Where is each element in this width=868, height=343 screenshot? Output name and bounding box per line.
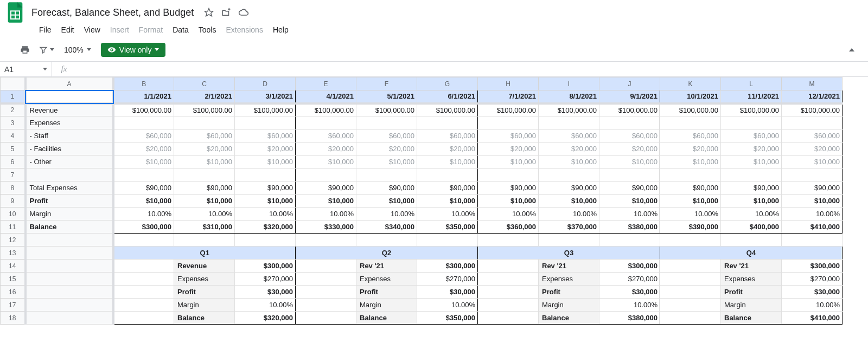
cell[interactable] — [660, 234, 721, 247]
cell[interactable] — [25, 247, 113, 260]
quarter-row-label[interactable]: Rev '21 — [539, 260, 599, 273]
cell[interactable] — [113, 299, 174, 312]
name-box[interactable]: A1 — [0, 62, 52, 76]
cell[interactable]: $90,000 — [478, 182, 539, 195]
cell[interactable]: $300,000 — [113, 221, 174, 234]
cell[interactable] — [113, 286, 174, 299]
cell[interactable] — [296, 312, 356, 325]
menu-help[interactable]: Help — [269, 23, 293, 36]
cell[interactable] — [356, 117, 417, 130]
cell[interactable] — [599, 169, 660, 182]
cell[interactable]: $20,000 — [235, 143, 296, 156]
cell[interactable]: $100,000.00 — [782, 103, 843, 117]
cell[interactable] — [660, 117, 721, 130]
cell[interactable]: $60,000 — [539, 130, 599, 143]
cell[interactable] — [782, 169, 843, 182]
cell[interactable]: 10.00% — [721, 208, 782, 221]
quarter-row-label[interactable]: Expenses — [356, 273, 417, 286]
cell[interactable] — [478, 312, 539, 325]
cell[interactable]: $90,000 — [235, 182, 296, 195]
quarter-value[interactable]: $380,000 — [599, 312, 660, 325]
quarter-row-label[interactable]: Expenses — [539, 273, 599, 286]
cell[interactable] — [113, 169, 174, 182]
cell[interactable]: $10,000 — [782, 195, 843, 208]
sheets-logo[interactable] — [4, 2, 26, 23]
cell[interactable]: $100,000.00 — [478, 103, 539, 117]
menu-data[interactable]: Data — [168, 23, 193, 36]
menu-tools[interactable]: Tools — [194, 23, 221, 36]
cell[interactable]: $10,000 — [174, 195, 235, 208]
row-header[interactable]: 8 — [1, 182, 25, 195]
cell[interactable]: $20,000 — [782, 143, 843, 156]
cell[interactable]: 10.00% — [296, 208, 356, 221]
cell[interactable] — [296, 117, 356, 130]
cell[interactable]: $100,000.00 — [721, 103, 782, 117]
cell[interactable]: 12/1/2021 — [782, 90, 843, 103]
cell[interactable]: 10.00% — [356, 208, 417, 221]
cell[interactable] — [296, 169, 356, 182]
quarter-value[interactable]: $300,000 — [235, 260, 296, 273]
row-header[interactable]: 4 — [1, 130, 25, 143]
col-header[interactable]: H — [478, 77, 539, 90]
quarter-header[interactable]: Q2 — [296, 247, 478, 260]
cell[interactable]: $10,000 — [660, 156, 721, 169]
cell[interactable]: 6/1/2021 — [417, 90, 478, 103]
cell[interactable]: $390,000 — [660, 221, 721, 234]
cell[interactable]: $10,000 — [235, 156, 296, 169]
quarter-row-label[interactable]: Balance — [356, 312, 417, 325]
cell[interactable]: $20,000 — [539, 143, 599, 156]
cell[interactable]: $20,000 — [660, 143, 721, 156]
cell[interactable]: $90,000 — [174, 182, 235, 195]
cell[interactable]: $10,000 — [356, 156, 417, 169]
cell[interactable]: $60,000 — [599, 130, 660, 143]
spreadsheet-grid[interactable]: A B C D E F G H I J K L M 1 1/1/2021 2/1… — [0, 77, 868, 325]
cell[interactable] — [660, 299, 721, 312]
cell[interactable] — [356, 169, 417, 182]
cell[interactable] — [25, 260, 113, 273]
col-header[interactable]: K — [660, 77, 721, 90]
collapse-toolbar-icon[interactable] — [844, 42, 859, 57]
row-label[interactable]: Balance — [25, 221, 113, 234]
row-label[interactable]: Margin — [25, 208, 113, 221]
row-header[interactable]: 7 — [1, 169, 25, 182]
cell[interactable] — [660, 312, 721, 325]
cell[interactable] — [235, 234, 296, 247]
cell[interactable]: 7/1/2021 — [478, 90, 539, 103]
cell[interactable] — [660, 169, 721, 182]
cell[interactable]: $10,000 — [113, 195, 174, 208]
cell[interactable] — [296, 299, 356, 312]
quarter-value[interactable]: $410,000 — [782, 312, 843, 325]
cell[interactable] — [356, 234, 417, 247]
cell[interactable] — [478, 234, 539, 247]
cell[interactable] — [113, 312, 174, 325]
row-header[interactable]: 16 — [1, 286, 25, 299]
menu-view[interactable]: View — [80, 23, 105, 36]
cell[interactable]: $20,000 — [356, 143, 417, 156]
quarter-row-label[interactable]: Margin — [356, 299, 417, 312]
row-header[interactable]: 1 — [1, 90, 25, 103]
cell[interactable]: $20,000 — [174, 143, 235, 156]
row-header[interactable]: 18 — [1, 312, 25, 325]
cell[interactable] — [174, 234, 235, 247]
quarter-value[interactable]: $350,000 — [417, 312, 478, 325]
cell[interactable]: $100,000.00 — [599, 103, 660, 117]
cell[interactable]: $10,000 — [721, 195, 782, 208]
cell[interactable] — [174, 169, 235, 182]
row-label[interactable]: Revenue — [25, 103, 113, 117]
cell[interactable] — [113, 260, 174, 273]
quarter-row-label[interactable]: Rev '21 — [721, 260, 782, 273]
quarter-value[interactable]: $300,000 — [782, 260, 843, 273]
star-icon[interactable] — [203, 7, 214, 18]
quarter-row-label[interactable]: Profit — [539, 286, 599, 299]
cell[interactable]: $10,000 — [417, 195, 478, 208]
cell[interactable]: $10,000 — [721, 156, 782, 169]
cell[interactable]: 10.00% — [174, 208, 235, 221]
row-label[interactable]: Profit — [25, 195, 113, 208]
cell[interactable]: $10,000 — [296, 156, 356, 169]
quarter-value[interactable]: 10.00% — [417, 299, 478, 312]
cell[interactable]: $20,000 — [599, 143, 660, 156]
cell[interactable] — [478, 169, 539, 182]
cell[interactable]: $320,000 — [235, 221, 296, 234]
cell[interactable] — [721, 234, 782, 247]
cell[interactable] — [417, 117, 478, 130]
